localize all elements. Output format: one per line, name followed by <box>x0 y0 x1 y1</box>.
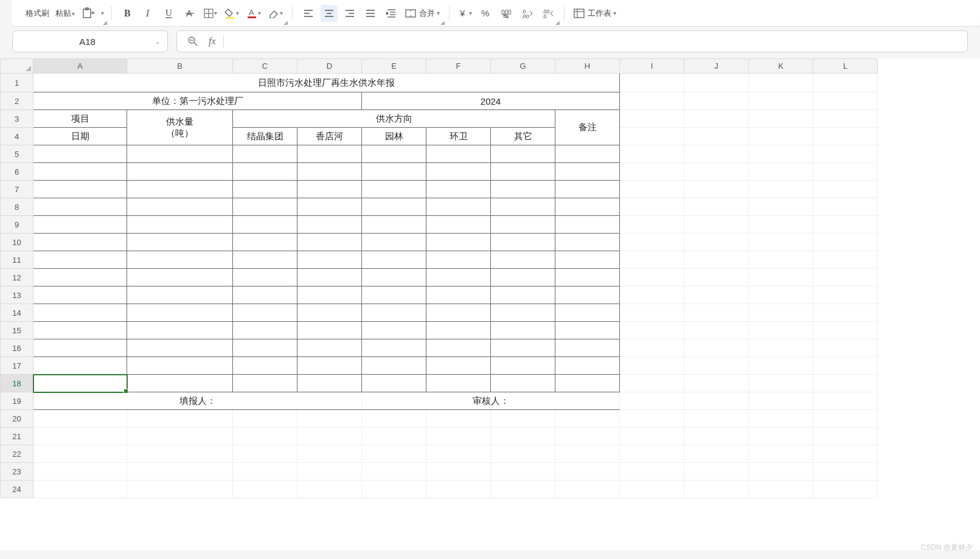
cell[interactable] <box>684 110 749 128</box>
worksheet-button[interactable]: 工作表▾ <box>572 5 618 22</box>
currency-button[interactable]: ¥▾ <box>457 5 474 22</box>
italic-button[interactable]: I <box>140 5 157 22</box>
cell[interactable] <box>813 110 878 128</box>
cell[interactable] <box>233 198 297 216</box>
cell[interactable] <box>684 128 749 145</box>
cell[interactable] <box>491 410 555 428</box>
cell[interactable] <box>127 145 233 163</box>
cell[interactable] <box>749 234 813 251</box>
fx-icon[interactable]: fx <box>209 36 216 47</box>
cell[interactable] <box>297 304 362 322</box>
cell[interactable] <box>684 74 749 92</box>
cell[interactable] <box>555 251 620 269</box>
cell[interactable] <box>813 375 878 392</box>
cell[interactable] <box>127 286 233 304</box>
cell[interactable] <box>33 410 127 428</box>
cell[interactable] <box>127 481 233 498</box>
cell[interactable] <box>620 357 684 375</box>
formula-input[interactable] <box>223 35 960 47</box>
cell[interactable] <box>426 251 491 269</box>
cell[interactable] <box>620 163 684 181</box>
cell[interactable] <box>813 198 878 216</box>
font-color-button[interactable]: A▾ <box>245 5 263 22</box>
cell[interactable] <box>127 322 233 339</box>
cell[interactable] <box>491 163 555 181</box>
cell[interactable] <box>33 322 127 339</box>
column-header[interactable]: E <box>362 59 426 74</box>
column-header[interactable]: D <box>297 59 362 74</box>
cell[interactable] <box>426 463 491 481</box>
cell[interactable] <box>362 216 426 234</box>
chevron-down-icon[interactable]: ⌄ <box>155 38 160 45</box>
cell[interactable] <box>749 410 813 428</box>
cell[interactable] <box>491 445 555 463</box>
cell[interactable] <box>813 181 878 198</box>
column-header[interactable]: J <box>684 59 749 74</box>
cell[interactable] <box>297 181 362 198</box>
cell[interactable] <box>813 128 878 145</box>
group-expand-icon[interactable]: ◢ <box>283 19 288 26</box>
cell[interactable] <box>491 357 555 375</box>
cell[interactable] <box>555 357 620 375</box>
cell[interactable] <box>813 445 878 463</box>
cell[interactable] <box>684 445 749 463</box>
cell[interactable] <box>620 269 684 286</box>
cell[interactable] <box>297 375 362 392</box>
select-all-corner[interactable] <box>1 59 33 74</box>
border-button[interactable]: ▾ <box>202 5 219 22</box>
paste-button[interactable]: 粘贴▾ <box>54 8 76 19</box>
cell[interactable] <box>813 481 878 498</box>
row-header[interactable]: 8 <box>1 198 33 216</box>
cell[interactable] <box>362 322 426 339</box>
row-header[interactable]: 22 <box>1 445 33 463</box>
cell[interactable] <box>491 375 555 392</box>
cell[interactable] <box>233 234 297 251</box>
cell[interactable] <box>362 286 426 304</box>
cell[interactable] <box>555 269 620 286</box>
cell[interactable]: 备注 <box>555 110 620 145</box>
clipboard-icon[interactable] <box>80 5 97 22</box>
indent-button[interactable] <box>383 5 400 22</box>
cell[interactable]: 单位：第一污水处理厂 <box>33 92 362 110</box>
cell[interactable] <box>491 304 555 322</box>
cell[interactable] <box>555 181 620 198</box>
cell[interactable] <box>297 357 362 375</box>
cell[interactable] <box>813 234 878 251</box>
align-center-button[interactable] <box>321 5 338 22</box>
cell[interactable] <box>362 445 426 463</box>
cell[interactable]: 结晶集团 <box>233 128 297 145</box>
cell[interactable] <box>233 428 297 445</box>
cell[interactable] <box>684 92 749 110</box>
cell[interactable] <box>233 463 297 481</box>
cell[interactable]: 香店河 <box>297 128 362 145</box>
column-header[interactable]: F <box>426 59 491 74</box>
cell[interactable] <box>620 128 684 145</box>
cell[interactable]: 2024 <box>362 92 620 110</box>
cell[interactable] <box>555 234 620 251</box>
cell[interactable] <box>684 357 749 375</box>
cell[interactable]: 环卫 <box>426 128 491 145</box>
cell[interactable] <box>491 181 555 198</box>
cell[interactable] <box>620 339 684 357</box>
cell[interactable] <box>620 92 684 110</box>
cell[interactable] <box>297 463 362 481</box>
cell[interactable] <box>127 304 233 322</box>
cell[interactable] <box>749 375 813 392</box>
cell[interactable] <box>813 357 878 375</box>
group-expand-icon[interactable]: ◢ <box>555 19 560 26</box>
cell[interactable] <box>233 445 297 463</box>
cell[interactable] <box>233 163 297 181</box>
cell[interactable] <box>233 269 297 286</box>
cell[interactable] <box>749 74 813 92</box>
cell[interactable]: 项目 <box>33 110 127 128</box>
spreadsheet-grid[interactable]: ABCDEFGHIJKL 1日照市污水处理厂再生水供水年报2单位：第一污水处理厂… <box>0 58 878 498</box>
cell[interactable]: 其它 <box>491 128 555 145</box>
cell[interactable] <box>127 269 233 286</box>
cell[interactable] <box>555 286 620 304</box>
cell[interactable] <box>684 392 749 410</box>
cell[interactable] <box>684 163 749 181</box>
cell[interactable] <box>297 251 362 269</box>
cell[interactable] <box>233 410 297 428</box>
cell[interactable] <box>362 428 426 445</box>
cell[interactable] <box>491 339 555 357</box>
